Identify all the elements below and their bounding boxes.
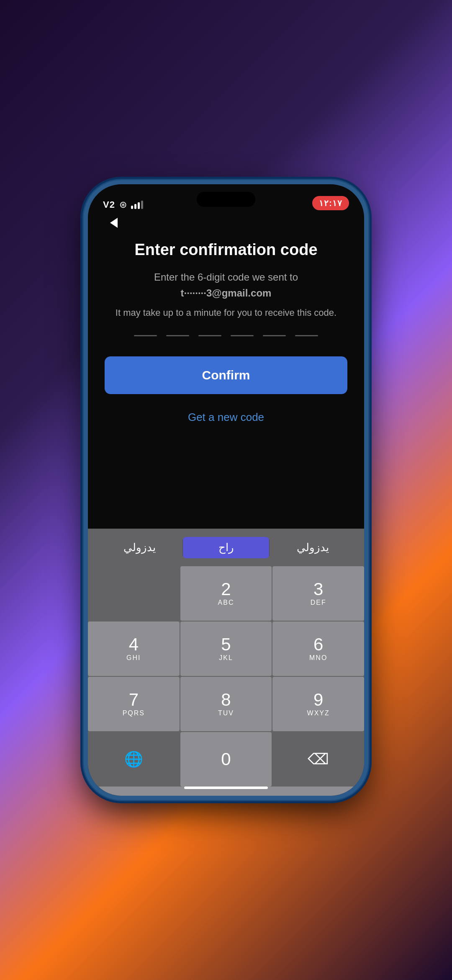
numpad-key-4[interactable]: 4 GHI <box>88 622 180 676</box>
numpad: 2 ABC 3 DEF 4 GHI 5 JKL 6 MNO 7 <box>88 566 364 787</box>
numpad-key-9[interactable]: 9 WXYZ <box>272 677 364 731</box>
code-slot-1[interactable] <box>134 335 157 336</box>
subtitle-line1: Enter the 6-digit code we sent to <box>105 270 347 285</box>
numpad-key-globe[interactable]: 🌐 <box>88 732 180 787</box>
numpad-key-8[interactable]: 8 TUV <box>180 677 272 731</box>
cellular-icon <box>131 201 143 209</box>
notice-text: It may take up to a minute for you to re… <box>105 307 347 318</box>
main-content: Enter confirmation code Enter the 6-digi… <box>88 214 364 529</box>
code-slot-2[interactable] <box>166 335 189 336</box>
phone-frame: V2 ⊛ ١٢:١٧ Enter confirmation code Enter… <box>84 180 368 800</box>
code-slot-4[interactable] <box>231 335 254 336</box>
globe-icon: 🌐 <box>124 750 143 768</box>
predictive-text-bar: يدزولي راح يدزولي <box>88 529 364 566</box>
code-slot-5[interactable] <box>263 335 286 336</box>
code-slot-6[interactable] <box>295 335 318 336</box>
dynamic-island <box>197 192 255 207</box>
numpad-key-2[interactable]: 2 ABC <box>180 566 272 621</box>
code-slot-3[interactable] <box>198 335 221 336</box>
subtitle-email: t········3@gmail.com <box>105 287 347 299</box>
wifi-icon: ⊛ <box>119 199 127 210</box>
predict-item-1[interactable]: يدزولي <box>270 537 356 558</box>
numpad-key-delete[interactable]: ⌫ <box>272 732 364 787</box>
signal-icon: V2 <box>103 199 115 210</box>
clock: ١٢:١٧ <box>312 196 349 210</box>
predict-item-2[interactable]: راح <box>183 537 269 558</box>
numpad-key-0[interactable]: 0 <box>180 732 272 787</box>
back-button[interactable] <box>105 214 123 232</box>
page-title: Enter confirmation code <box>105 240 347 260</box>
numpad-key-7[interactable]: 7 PQRS <box>88 677 180 731</box>
confirm-button[interactable]: Confirm <box>105 356 347 394</box>
numpad-key-6[interactable]: 6 MNO <box>272 622 364 676</box>
code-input-area[interactable] <box>105 335 347 336</box>
home-indicator-area <box>88 787 364 796</box>
numpad-key-5[interactable]: 5 JKL <box>180 622 272 676</box>
predict-item-3[interactable]: يدزولي <box>96 537 182 558</box>
back-chevron-icon <box>110 218 118 228</box>
get-new-code-link[interactable]: Get a new code <box>105 411 347 424</box>
delete-icon: ⌫ <box>308 750 329 768</box>
numpad-key-empty <box>88 566 180 621</box>
home-indicator <box>184 787 268 789</box>
numpad-key-3[interactable]: 3 DEF <box>272 566 364 621</box>
